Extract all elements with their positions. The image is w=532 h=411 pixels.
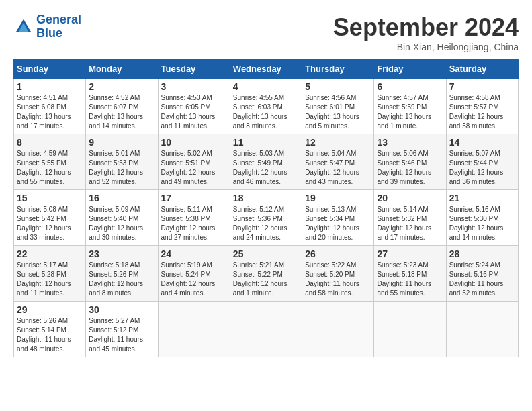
day-info: Sunrise: 5:21 AM Sunset: 5:22 PM Dayligh…: [233, 261, 299, 298]
calendar-cell: 23Sunrise: 5:18 AM Sunset: 5:26 PM Dayli…: [86, 246, 158, 302]
header-day-sunday: Sunday: [14, 60, 86, 79]
calendar-cell: 11Sunrise: 5:03 AM Sunset: 5:49 PM Dayli…: [230, 134, 302, 190]
day-info: Sunrise: 5:24 AM Sunset: 5:16 PM Dayligh…: [449, 261, 515, 298]
calendar-table: SundayMondayTuesdayWednesdayThursdayFrid…: [13, 59, 519, 357]
day-number: 4: [233, 81, 299, 92]
calendar-cell: [446, 302, 518, 357]
day-info: Sunrise: 5:07 AM Sunset: 5:44 PM Dayligh…: [449, 149, 515, 187]
day-info: Sunrise: 4:52 AM Sunset: 6:07 PM Dayligh…: [89, 93, 154, 131]
logo-line2: Blue: [36, 26, 62, 40]
week-row-4: 22Sunrise: 5:17 AM Sunset: 5:28 PM Dayli…: [14, 246, 519, 302]
day-number: 22: [17, 248, 83, 259]
day-number: 21: [449, 193, 515, 203]
month-title: September 2024: [333, 13, 519, 42]
header-day-saturday: Saturday: [446, 60, 518, 79]
day-info: Sunrise: 4:56 AM Sunset: 6:01 PM Dayligh…: [305, 93, 371, 131]
day-info: Sunrise: 5:09 AM Sunset: 5:40 PM Dayligh…: [89, 205, 154, 242]
page-header: General Blue September 2024 Bin Xian, He…: [13, 13, 519, 52]
calendar-cell: 24Sunrise: 5:19 AM Sunset: 5:24 PM Dayli…: [158, 246, 230, 302]
day-info: Sunrise: 4:53 AM Sunset: 6:05 PM Dayligh…: [161, 93, 227, 131]
calendar-cell: 15Sunrise: 5:08 AM Sunset: 5:42 PM Dayli…: [14, 190, 86, 246]
day-info: Sunrise: 5:08 AM Sunset: 5:42 PM Dayligh…: [17, 205, 83, 242]
day-number: 7: [449, 81, 515, 92]
calendar-cell: 21Sunrise: 5:16 AM Sunset: 5:30 PM Dayli…: [446, 190, 518, 246]
calendar-cell: 20Sunrise: 5:14 AM Sunset: 5:32 PM Dayli…: [374, 190, 446, 246]
logo-icon: [13, 17, 34, 37]
day-number: 18: [233, 193, 299, 203]
day-number: 11: [233, 137, 299, 148]
calendar-cell: 12Sunrise: 5:04 AM Sunset: 5:47 PM Dayli…: [302, 134, 374, 190]
calendar-cell: [374, 302, 446, 357]
header-day-thursday: Thursday: [302, 60, 374, 79]
day-number: 14: [449, 137, 515, 148]
calendar-cell: [230, 302, 302, 357]
header-day-monday: Monday: [86, 60, 158, 79]
day-info: Sunrise: 5:03 AM Sunset: 5:49 PM Dayligh…: [233, 149, 299, 187]
day-info: Sunrise: 5:19 AM Sunset: 5:24 PM Dayligh…: [161, 261, 227, 298]
calendar-cell: 6Sunrise: 4:57 AM Sunset: 5:59 PM Daylig…: [374, 79, 446, 134]
calendar-cell: 4Sunrise: 4:55 AM Sunset: 6:03 PM Daylig…: [230, 79, 302, 134]
day-info: Sunrise: 4:51 AM Sunset: 6:08 PM Dayligh…: [17, 93, 83, 131]
calendar-cell: 1Sunrise: 4:51 AM Sunset: 6:08 PM Daylig…: [14, 79, 86, 134]
calendar-cell: 10Sunrise: 5:02 AM Sunset: 5:51 PM Dayli…: [158, 134, 230, 190]
calendar-cell: 28Sunrise: 5:24 AM Sunset: 5:16 PM Dayli…: [446, 246, 518, 302]
location-subtitle: Bin Xian, Heilongjiang, China: [333, 42, 519, 52]
day-number: 5: [305, 81, 371, 92]
calendar-cell: [302, 302, 374, 357]
day-number: 3: [161, 81, 227, 92]
day-number: 25: [233, 248, 299, 259]
day-number: 28: [449, 248, 515, 259]
title-block: September 2024 Bin Xian, Heilongjiang, C…: [333, 13, 519, 52]
calendar-cell: 19Sunrise: 5:13 AM Sunset: 5:34 PM Dayli…: [302, 190, 374, 246]
day-number: 16: [89, 193, 154, 203]
week-row-2: 8Sunrise: 4:59 AM Sunset: 5:55 PM Daylig…: [14, 134, 519, 190]
header-day-friday: Friday: [374, 60, 446, 79]
day-number: 13: [377, 137, 443, 148]
day-info: Sunrise: 5:06 AM Sunset: 5:46 PM Dayligh…: [377, 149, 443, 187]
day-info: Sunrise: 5:12 AM Sunset: 5:36 PM Dayligh…: [233, 205, 299, 242]
week-row-1: 1Sunrise: 4:51 AM Sunset: 6:08 PM Daylig…: [14, 79, 519, 134]
day-number: 20: [377, 193, 443, 203]
day-info: Sunrise: 4:55 AM Sunset: 6:03 PM Dayligh…: [233, 93, 299, 131]
calendar-cell: 16Sunrise: 5:09 AM Sunset: 5:40 PM Dayli…: [86, 190, 158, 246]
day-number: 23: [89, 248, 154, 259]
day-number: 1: [17, 81, 83, 92]
day-number: 24: [161, 248, 227, 259]
day-info: Sunrise: 4:58 AM Sunset: 5:57 PM Dayligh…: [449, 93, 515, 131]
week-row-5: 29Sunrise: 5:26 AM Sunset: 5:14 PM Dayli…: [14, 302, 519, 357]
day-info: Sunrise: 5:17 AM Sunset: 5:28 PM Dayligh…: [17, 261, 83, 298]
day-info: Sunrise: 5:27 AM Sunset: 5:12 PM Dayligh…: [89, 316, 154, 354]
day-number: 27: [377, 248, 443, 259]
calendar-cell: 13Sunrise: 5:06 AM Sunset: 5:46 PM Dayli…: [374, 134, 446, 190]
day-info: Sunrise: 5:13 AM Sunset: 5:34 PM Dayligh…: [305, 205, 371, 242]
day-number: 6: [377, 81, 443, 92]
calendar-cell: 2Sunrise: 4:52 AM Sunset: 6:07 PM Daylig…: [86, 79, 158, 134]
calendar-cell: 18Sunrise: 5:12 AM Sunset: 5:36 PM Dayli…: [230, 190, 302, 246]
calendar-cell: 29Sunrise: 5:26 AM Sunset: 5:14 PM Dayli…: [14, 302, 86, 357]
calendar-cell: 17Sunrise: 5:11 AM Sunset: 5:38 PM Dayli…: [158, 190, 230, 246]
day-info: Sunrise: 5:23 AM Sunset: 5:18 PM Dayligh…: [377, 261, 443, 298]
day-number: 12: [305, 137, 371, 148]
calendar-cell: 5Sunrise: 4:56 AM Sunset: 6:01 PM Daylig…: [302, 79, 374, 134]
calendar-cell: 9Sunrise: 5:01 AM Sunset: 5:53 PM Daylig…: [86, 134, 158, 190]
day-info: Sunrise: 5:22 AM Sunset: 5:20 PM Dayligh…: [305, 261, 371, 298]
calendar-cell: 26Sunrise: 5:22 AM Sunset: 5:20 PM Dayli…: [302, 246, 374, 302]
day-info: Sunrise: 4:59 AM Sunset: 5:55 PM Dayligh…: [17, 149, 83, 187]
day-info: Sunrise: 5:02 AM Sunset: 5:51 PM Dayligh…: [161, 149, 227, 187]
day-info: Sunrise: 5:11 AM Sunset: 5:38 PM Dayligh…: [161, 205, 227, 242]
calendar-header-row: SundayMondayTuesdayWednesdayThursdayFrid…: [14, 60, 519, 79]
day-number: 30: [89, 304, 154, 315]
logo: General Blue: [13, 13, 81, 40]
day-number: 19: [305, 193, 371, 203]
day-info: Sunrise: 5:26 AM Sunset: 5:14 PM Dayligh…: [17, 316, 83, 354]
calendar-cell: 27Sunrise: 5:23 AM Sunset: 5:18 PM Dayli…: [374, 246, 446, 302]
header-day-tuesday: Tuesday: [158, 60, 230, 79]
calendar-cell: 8Sunrise: 4:59 AM Sunset: 5:55 PM Daylig…: [14, 134, 86, 190]
calendar-cell: 3Sunrise: 4:53 AM Sunset: 6:05 PM Daylig…: [158, 79, 230, 134]
day-info: Sunrise: 4:57 AM Sunset: 5:59 PM Dayligh…: [377, 93, 443, 131]
header-day-wednesday: Wednesday: [230, 60, 302, 79]
day-number: 15: [17, 193, 83, 203]
calendar-body: 1Sunrise: 4:51 AM Sunset: 6:08 PM Daylig…: [14, 79, 519, 357]
logo-text: General Blue: [36, 13, 81, 40]
day-info: Sunrise: 5:14 AM Sunset: 5:32 PM Dayligh…: [377, 205, 443, 242]
